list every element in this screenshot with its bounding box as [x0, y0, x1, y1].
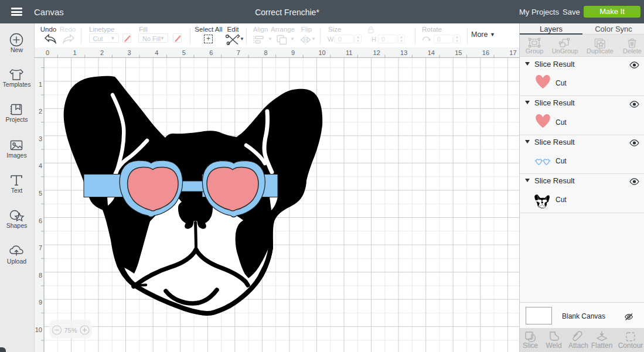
svg-text:4: 4	[155, 49, 158, 56]
svg-text:15: 15	[455, 49, 462, 56]
svg-text:11: 11	[346, 49, 352, 56]
svg-text:1: 1	[73, 49, 77, 56]
svg-text:14: 14	[428, 49, 435, 56]
svg-text:12: 12	[373, 49, 380, 56]
svg-text:3: 3	[128, 49, 131, 56]
svg-text:10: 10	[319, 49, 326, 56]
svg-text:13: 13	[400, 49, 407, 56]
svg-text:5: 5	[39, 190, 42, 197]
svg-text:1: 1	[39, 81, 42, 88]
svg-text:5: 5	[182, 49, 186, 56]
svg-text:2: 2	[39, 108, 42, 115]
svg-text:0: 0	[46, 49, 49, 56]
svg-text:16: 16	[482, 49, 489, 56]
svg-text:9: 9	[39, 299, 42, 306]
svg-text:3: 3	[39, 135, 42, 142]
svg-text:6: 6	[39, 217, 42, 224]
svg-text:75%: 75%	[64, 327, 77, 334]
svg-text:7: 7	[237, 49, 240, 56]
svg-text:10: 10	[35, 326, 42, 333]
svg-text:7: 7	[39, 244, 42, 251]
svg-text:4: 4	[39, 162, 42, 169]
svg-text:2: 2	[100, 49, 104, 56]
svg-text:9: 9	[291, 49, 295, 56]
svg-text:6: 6	[209, 49, 213, 56]
svg-text:8: 8	[39, 272, 42, 279]
svg-text:8: 8	[264, 49, 267, 56]
